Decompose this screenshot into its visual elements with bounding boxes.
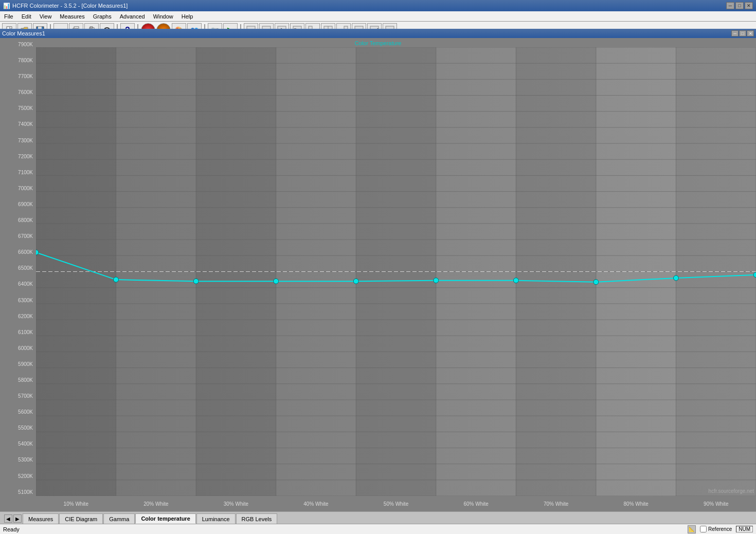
y-label: 5300K: [1, 457, 35, 463]
maximize-button[interactable]: □: [735, 2, 744, 9]
svg-point-81: [434, 278, 439, 283]
x-axis: 10% White 20% White 30% White 40% White …: [36, 496, 756, 511]
calibration-icon: 📐: [688, 525, 696, 533]
y-label: 6500K: [1, 266, 35, 271]
y-label: 7400K: [1, 122, 35, 127]
y-label: 5200K: [1, 474, 35, 479]
x-label-8: 80% White: [596, 501, 676, 507]
y-label: 6800K: [1, 218, 35, 223]
inner-restore-button[interactable]: □: [739, 30, 746, 36]
y-label: 7600K: [1, 90, 35, 95]
menu-measures[interactable]: Measures: [56, 11, 88, 21]
y-label: 6100K: [1, 330, 35, 335]
svg-point-78: [193, 279, 199, 284]
y-label: 5100K: [1, 490, 35, 495]
y-label: 7200K: [1, 154, 35, 159]
menu-graphs[interactable]: Graphs: [89, 11, 116, 21]
y-label: 6600K: [1, 250, 35, 255]
minimize-button[interactable]: ─: [726, 2, 734, 9]
y-label: 6000K: [1, 346, 35, 351]
y-label: 5400K: [1, 441, 35, 447]
title-bar-left: 📊 HCFR Colorimeter - 3.5.2 - [Color Meas…: [3, 3, 128, 9]
chart-area: Color Temperature 7900K7800K7700K7600K75…: [0, 38, 756, 511]
app-title: HCFR Colorimeter - 3.5.2 - [Color Measur…: [12, 3, 128, 9]
svg-rect-8: [90, 27, 93, 28]
app-icon: 📊: [3, 3, 10, 9]
x-label-7: 70% White: [516, 501, 596, 507]
y-label: 7500K: [1, 106, 35, 111]
menu-bar: File Edit View Measures Graphs Advanced …: [0, 11, 756, 22]
y-label: 7900K: [1, 42, 35, 47]
svg-point-84: [673, 275, 678, 281]
y-label: 5800K: [1, 378, 35, 383]
tab-luminance[interactable]: Luminance: [196, 513, 236, 524]
status-ready: Ready: [3, 526, 20, 532]
reference-checkbox[interactable]: [700, 526, 707, 532]
status-right: 📐 Reference NUM: [688, 525, 753, 533]
tab-color-temperature[interactable]: Color temperature: [135, 513, 195, 524]
y-label: 7100K: [1, 170, 35, 175]
y-label: 7800K: [1, 58, 35, 63]
chart-title: Color Temperature: [355, 40, 402, 46]
tab-rgb-levels[interactable]: RGB Levels: [236, 513, 278, 524]
x-label-2: 20% White: [116, 501, 196, 507]
tab-cie-diagram[interactable]: CIE Diagram: [59, 513, 103, 524]
close-button[interactable]: ✕: [745, 2, 753, 9]
reference-label: Reference: [708, 526, 732, 532]
y-label: 5600K: [1, 410, 35, 415]
menu-help[interactable]: Help: [177, 11, 197, 21]
watermark: hcfr.sourceforge.net: [709, 488, 754, 494]
title-bar-controls[interactable]: ─ □ ✕: [726, 2, 753, 9]
y-label: 7300K: [1, 138, 35, 143]
y-label: 6400K: [1, 282, 35, 287]
y-label: 6300K: [1, 298, 35, 303]
y-label: 5900K: [1, 362, 35, 367]
menu-file[interactable]: File: [0, 11, 17, 21]
plot-area: [36, 47, 756, 496]
x-label-1: 10% White: [36, 501, 116, 507]
tab-scroll-right[interactable]: ▶: [13, 514, 22, 523]
inner-title-controls[interactable]: ─ □ ✕: [731, 30, 754, 36]
y-label: 7700K: [1, 74, 35, 79]
inner-window-title: Color Measures1: [2, 30, 45, 36]
x-label-5: 50% White: [356, 501, 436, 507]
svg-point-79: [274, 279, 279, 284]
status-bar: Ready 📐 Reference NUM: [0, 524, 756, 534]
svg-point-80: [353, 279, 358, 284]
reference-checkbox-group[interactable]: Reference: [700, 526, 732, 532]
svg-point-77: [114, 277, 119, 282]
inner-window: Color Measures1 ─ □ ✕ Color Temperature …: [0, 29, 756, 534]
y-label: 6900K: [1, 202, 35, 207]
x-label-9: 90% White: [676, 501, 757, 507]
inner-minimize-button[interactable]: ─: [731, 30, 739, 36]
tab-bar: ◀ ▶ Measures CIE Diagram Gamma Color tem…: [0, 511, 756, 524]
num-indicator: NUM: [736, 526, 753, 532]
y-axis: 7900K7800K7700K7600K7500K7400K7300K7200K…: [0, 38, 36, 496]
menu-edit[interactable]: Edit: [17, 11, 35, 21]
tab-measures[interactable]: Measures: [23, 513, 59, 524]
status-left: Ready: [3, 526, 20, 532]
menu-window[interactable]: Window: [149, 11, 177, 21]
x-label-4: 40% White: [276, 501, 356, 507]
chart-svg: [36, 47, 756, 496]
inner-close-button[interactable]: ✕: [747, 30, 754, 36]
y-label: 6700K: [1, 234, 35, 239]
tab-scroll-left[interactable]: ◀: [4, 514, 12, 523]
inner-title-bar: Color Measures1 ─ □ ✕: [0, 29, 756, 38]
y-label: 6200K: [1, 314, 35, 319]
x-label-3: 30% White: [196, 501, 276, 507]
svg-point-83: [593, 280, 599, 285]
svg-point-82: [513, 278, 518, 283]
title-bar: 📊 HCFR Colorimeter - 3.5.2 - [Color Meas…: [0, 0, 756, 11]
tab-gamma[interactable]: Gamma: [103, 513, 135, 524]
y-label: 5700K: [1, 394, 35, 399]
menu-advanced[interactable]: Advanced: [116, 11, 149, 21]
y-label: 7000K: [1, 186, 35, 191]
y-label: 5500K: [1, 426, 35, 431]
x-label-6: 60% White: [436, 501, 516, 507]
menu-view[interactable]: View: [35, 11, 56, 21]
